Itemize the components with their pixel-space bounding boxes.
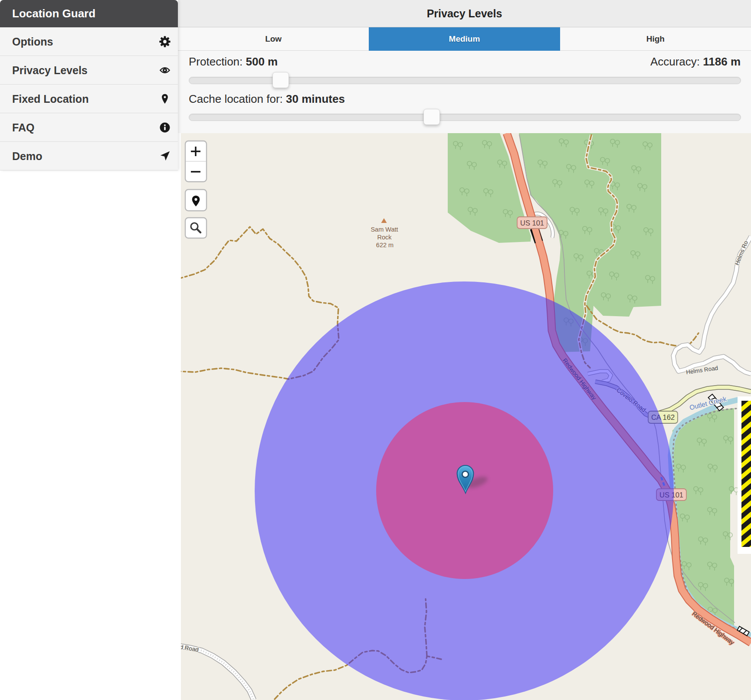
svg-text:622 m: 622 m [376, 242, 394, 249]
svg-text:US 101: US 101 [520, 219, 544, 227]
svg-text:Rock: Rock [377, 234, 392, 241]
svg-text:Sam Watt: Sam Watt [371, 226, 398, 233]
